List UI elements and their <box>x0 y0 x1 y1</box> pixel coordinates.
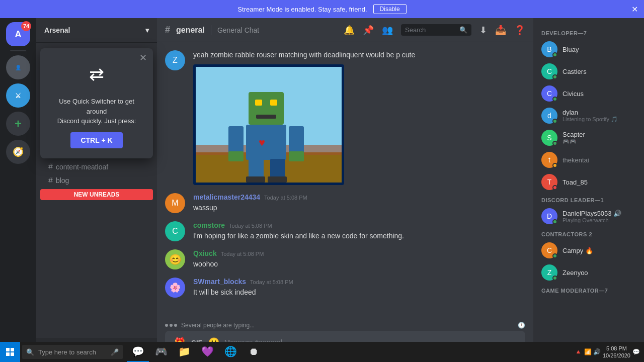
member-item-scapter[interactable]: S Scapter 🎮🎮 <box>537 127 640 149</box>
bell-icon[interactable]: 🔔 <box>344 25 355 36</box>
member-info-danielplays: DanielPlays5053 🔊 Playing Overwatch <box>562 210 621 223</box>
server-list: A 74 👤 ⚔ + 🧭 <box>0 18 36 362</box>
member-avatar-scapter: S <box>541 130 557 146</box>
svg-rect-18 <box>11 348 14 351</box>
member-item-zeenyoo[interactable]: Z Zeenyoo <box>537 261 640 284</box>
member-item-danielplays[interactable]: D DanielPlays5053 🔊 Playing Overwatch <box>537 205 640 227</box>
disable-streamer-mode-button[interactable]: Disable <box>373 4 407 14</box>
channel-name-blog: blog <box>56 176 69 185</box>
help-icon[interactable]: ❓ <box>514 25 525 36</box>
member-item-toad85[interactable]: T Toad_85 <box>537 171 640 193</box>
channel-item-content-meatloaf[interactable]: # content-meatloaf <box>40 160 153 173</box>
discover-servers-button[interactable]: 🧭 <box>6 140 30 164</box>
taskbar-steam-icon[interactable]: 🎮 <box>150 342 172 362</box>
systray-clock: 5:08 PM <box>603 345 630 352</box>
svg-rect-12 <box>289 151 304 161</box>
member-name-civicus: Civicus <box>562 90 584 98</box>
member-item-thekentai[interactable]: t thekentai <box>537 149 640 171</box>
banner-text: Streamer Mode is enabled. Stay safe, fri… <box>237 6 367 13</box>
server-header[interactable]: Arsenal ▾ <box>36 18 157 43</box>
taskbar-chrome-icon[interactable]: 🌐 <box>219 342 242 362</box>
member-item-bluay[interactable]: B Bluay <box>537 38 640 60</box>
svg-text:♥: ♥ <box>259 136 265 149</box>
taskbar-discord-icon[interactable]: 💬 <box>127 342 149 362</box>
status-indicator-civicus <box>552 97 557 102</box>
main-content: # general General Chat 🔔 📌 👥 Search 🔍 ⬇ … <box>157 18 533 362</box>
svg-rect-9 <box>228 126 244 154</box>
server-icon-2[interactable]: ⚔ <box>6 83 30 108</box>
message-group-5: 🌸 SWmart_blocks Today at 5:08 PM It will… <box>165 278 525 298</box>
channel-header-name: general <box>176 26 205 35</box>
server-icon-arsenal[interactable]: A 74 <box>6 22 30 46</box>
member-info-scapter: Scapter 🎮🎮 <box>562 131 585 145</box>
taskbar-mic-icon: 🎤 <box>111 348 119 356</box>
svg-rect-15 <box>246 176 265 183</box>
member-category-game-moderator: GAME MODERATOR—7 <box>537 284 640 296</box>
download-icon[interactable]: ⬇ <box>479 25 487 36</box>
member-item-dylan[interactable]: d dylan Listening to Spotify 🎵 <box>537 105 640 127</box>
svg-rect-7 <box>246 125 286 160</box>
member-avatar-thekentai: t <box>541 152 557 168</box>
message-author-4: Qxiuck <box>193 249 217 257</box>
members-icon[interactable]: 👥 <box>382 25 393 36</box>
search-bar[interactable]: Search 🔍 <box>401 24 471 36</box>
member-status-danielplays: Playing Overwatch <box>562 217 621 223</box>
member-name-danielplays: DanielPlays5053 🔊 <box>562 210 621 217</box>
banner-close-icon[interactable]: ✕ <box>631 5 638 14</box>
channel-item-blog[interactable]: # blog <box>40 174 153 187</box>
member-item-campy[interactable]: C Campy 🔥 <box>537 239 640 261</box>
taskbar-app-icon-6[interactable]: ⏺ <box>243 342 265 362</box>
status-indicator-campy <box>552 253 557 258</box>
member-category-developer: DEVELOPER—7 <box>537 26 640 38</box>
message-content-4: Qxiuck Today at 5:08 PM woohoo <box>193 249 525 269</box>
member-category-contractors: CONTRACTORS 2 <box>537 227 640 239</box>
status-indicator-bluay <box>552 52 557 57</box>
hash-icon: # <box>48 176 53 185</box>
quick-switcher-text: Use Quick Switcher to get around Discord… <box>50 97 143 126</box>
server-icon-1[interactable]: 👤 <box>6 55 30 79</box>
typing-dot-1 <box>165 324 168 327</box>
quick-switcher-icon: ⇄ <box>80 58 113 90</box>
member-name-zeenyoo: Zeenyoo <box>562 269 588 277</box>
systray-icons: 🔺 📶 🔊 <box>575 348 601 355</box>
message-text-1: yeah zombie rabble rouser matching with … <box>193 50 525 60</box>
member-avatar-zeenyoo: Z <box>541 264 557 281</box>
member-item-castlers[interactable]: C Castlers <box>537 60 640 82</box>
header-divider <box>211 25 211 35</box>
message-header-4: Qxiuck Today at 5:08 PM <box>193 249 525 257</box>
message-timestamp-2: Today at 5:08 PM <box>264 195 307 201</box>
message-group-2: M metalicmaster24434 Today at 5:08 PM wa… <box>165 193 525 213</box>
member-item-civicus[interactable]: C Civicus <box>537 82 640 105</box>
taskbar-app-icon-4[interactable]: 💜 <box>196 342 218 362</box>
message-content-2: metalicmaster24434 Today at 5:08 PM wass… <box>193 193 525 213</box>
channel-sidebar: Arsenal ▾ ✕ ⇄ Use Quick Switcher to get … <box>36 18 157 362</box>
message-timestamp-3: Today at 5:08 PM <box>229 223 272 229</box>
taskbar-file-explorer-icon[interactable]: 📁 <box>173 342 195 362</box>
new-unreads-badge: NEW UNREADS <box>40 189 153 200</box>
status-indicator-dylan <box>552 119 557 124</box>
member-info-campy: Campy 🔥 <box>562 247 593 254</box>
member-info-thekentai: thekentai <box>562 156 589 164</box>
member-avatar-bluay: B <box>541 41 557 57</box>
inbox-icon[interactable]: 📥 <box>495 25 506 36</box>
message-author-5: SWmart_blocks <box>193 278 246 286</box>
message-header-3: comstore Today at 5:08 PM <box>193 221 525 229</box>
svg-rect-19 <box>6 352 10 356</box>
message-avatar-5: 🌸 <box>165 278 185 298</box>
member-avatar-dylan: d <box>541 108 557 124</box>
channel-name-content-meatloaf: content-meatloaf <box>56 163 108 171</box>
member-info-civicus: Civicus <box>562 90 584 98</box>
svg-rect-3 <box>249 92 284 125</box>
server-dropdown-icon: ▾ <box>145 26 149 34</box>
search-placeholder: Search <box>405 26 426 34</box>
quick-switcher-close-icon[interactable]: ✕ <box>139 52 147 63</box>
quick-switcher-shortcut[interactable]: CTRL + K <box>70 132 122 148</box>
start-button[interactable] <box>0 342 20 362</box>
pin-icon[interactable]: 📌 <box>363 25 374 36</box>
member-name-bluay: Bluay <box>562 46 579 53</box>
taskbar-search[interactable]: 🔍 Type here to search 🎤 <box>22 345 123 359</box>
message-header-5: SWmart_blocks Today at 5:08 PM <box>193 278 525 286</box>
add-server-button[interactable]: + <box>6 112 30 136</box>
typing-dot-3 <box>174 324 177 327</box>
message-group-3: C comstore Today at 5:08 PM I'm hoping f… <box>165 221 525 241</box>
